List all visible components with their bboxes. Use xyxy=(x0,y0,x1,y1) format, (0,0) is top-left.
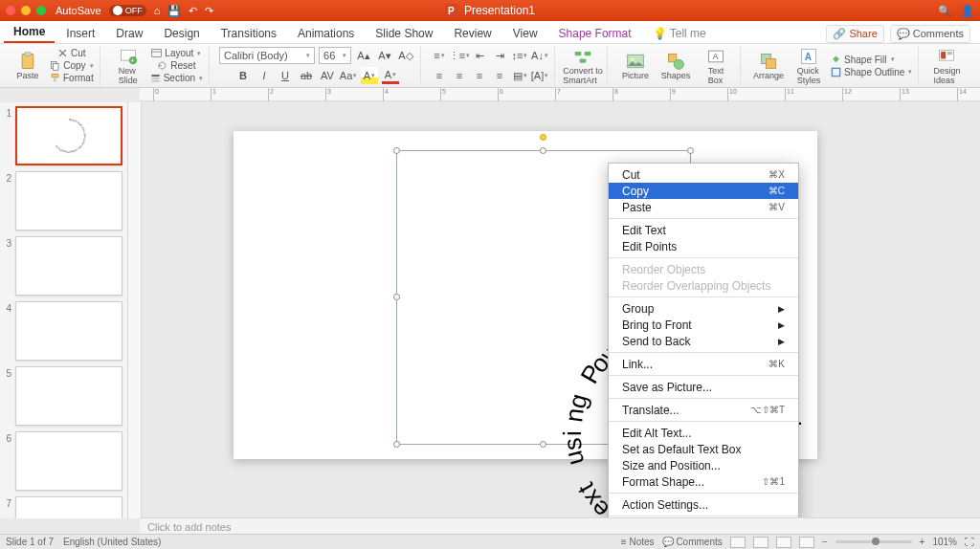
reading-view-button[interactable] xyxy=(776,537,791,548)
thumbnail-1[interactable]: Here's how you can curve text using Powe… xyxy=(15,106,122,165)
paste-button[interactable]: Paste xyxy=(10,47,46,85)
ctx-default-textbox[interactable]: Set as Default Text Box xyxy=(609,441,798,457)
ctx-copy[interactable]: Copy⌘C xyxy=(609,183,798,199)
resize-handle-b[interactable] xyxy=(540,441,546,448)
tab-view[interactable]: View xyxy=(503,23,547,43)
slide-canvas-area[interactable]: Here's how you can curve text using Powe… xyxy=(128,102,980,518)
clear-format-icon[interactable]: A◇ xyxy=(397,47,414,64)
shadow-button[interactable]: AV xyxy=(319,67,336,84)
design-ideas-button[interactable]: Design Ideas xyxy=(928,47,965,85)
save-icon[interactable]: 💾 xyxy=(167,5,181,17)
thumbnail-5[interactable] xyxy=(15,366,122,426)
zoom-in-button[interactable]: + xyxy=(920,537,925,547)
thumbnail-4[interactable] xyxy=(15,301,122,361)
tab-slideshow[interactable]: Slide Show xyxy=(366,23,442,43)
sorter-view-button[interactable] xyxy=(753,537,768,548)
shape-fill-button[interactable]: Shape Fill▾ xyxy=(831,55,894,65)
format-painter-button[interactable]: Format xyxy=(50,73,94,83)
justify-button[interactable]: ≡ xyxy=(491,67,508,84)
ctx-size-position[interactable]: Size and Position... xyxy=(609,457,798,473)
thumbnail-3[interactable] xyxy=(15,236,122,296)
tab-design[interactable]: Design xyxy=(154,23,209,43)
rotate-handle[interactable] xyxy=(540,134,546,141)
close-window-icon[interactable] xyxy=(6,6,15,15)
tab-home[interactable]: Home xyxy=(4,21,55,43)
home-icon[interactable]: ⌂ xyxy=(154,5,161,16)
comments-button[interactable]: 💬 Comments xyxy=(890,25,970,43)
ctx-link[interactable]: Link...⌘K xyxy=(609,356,798,372)
resize-handle-l[interactable] xyxy=(393,294,400,300)
tab-transitions[interactable]: Transitions xyxy=(212,23,286,43)
indent-left-button[interactable]: ⇤ xyxy=(471,47,488,64)
bullets-button[interactable]: ≡▾ xyxy=(431,47,448,64)
zoom-level[interactable]: 101% xyxy=(932,537,957,547)
align-right-button[interactable]: ≡ xyxy=(471,67,488,84)
highlight-button[interactable]: A▾ xyxy=(361,67,378,84)
font-color-button[interactable]: A▾ xyxy=(382,67,399,84)
ctx-format-shape[interactable]: Format Shape...⇧⌘1 xyxy=(609,473,798,490)
ctx-edit-text[interactable]: Edit Text xyxy=(609,222,798,238)
numbering-button[interactable]: ⋮≡▾ xyxy=(451,47,468,64)
autosave-toggle[interactable]: OFF xyxy=(109,5,146,16)
underline-button[interactable]: U xyxy=(277,67,294,84)
char-spacing-button[interactable]: Aa▾ xyxy=(340,67,357,84)
search-icon[interactable]: 🔍 xyxy=(938,5,951,17)
picture-button[interactable]: Picture xyxy=(617,47,654,85)
line-spacing-button[interactable]: ↕≡▾ xyxy=(511,47,528,64)
cut-button[interactable]: Cut xyxy=(57,48,86,58)
resize-handle-tl[interactable] xyxy=(393,147,400,154)
shape-outline-button[interactable]: Shape Outline▾ xyxy=(831,67,912,77)
italic-button[interactable]: I xyxy=(256,67,273,84)
resize-handle-bl[interactable] xyxy=(393,441,400,448)
user-account-icon[interactable]: 👤 xyxy=(961,5,974,17)
layout-button[interactable]: Layout▾ xyxy=(151,48,201,58)
zoom-slider[interactable] xyxy=(835,540,912,543)
align-center-button[interactable]: ≡ xyxy=(451,67,468,84)
resize-handle-t[interactable] xyxy=(540,147,546,154)
shapes-button[interactable]: Shapes xyxy=(657,47,694,85)
share-button[interactable]: 🔗 Share xyxy=(826,25,883,43)
ctx-edit-points[interactable]: Edit Points xyxy=(609,238,798,254)
indent-right-button[interactable]: ⇥ xyxy=(491,47,508,64)
increase-font-icon[interactable]: A▴ xyxy=(355,47,372,64)
ctx-save-picture[interactable]: Save as Picture... xyxy=(609,379,798,395)
reset-button[interactable]: Reset xyxy=(157,60,195,71)
font-size-dropdown[interactable]: 66▾ xyxy=(319,47,351,64)
maximize-window-icon[interactable] xyxy=(36,6,46,15)
font-name-dropdown[interactable]: Calibri (Body)▾ xyxy=(219,47,315,64)
ctx-action-settings[interactable]: Action Settings... xyxy=(609,496,798,513)
redo-icon[interactable]: ↷ xyxy=(205,5,213,17)
normal-view-button[interactable] xyxy=(730,537,746,548)
notes-toggle[interactable]: ≡ Notes xyxy=(621,537,655,547)
language-indicator[interactable]: English (United States) xyxy=(63,537,161,547)
align-left-button[interactable]: ≡ xyxy=(431,67,448,84)
undo-icon[interactable]: ↶ xyxy=(189,5,197,17)
comments-toggle[interactable]: 💬 Comments xyxy=(662,537,723,547)
thumbnail-6[interactable] xyxy=(15,431,122,491)
tab-shape-format[interactable]: Shape Format xyxy=(549,23,641,43)
thumbnail-2[interactable] xyxy=(15,171,122,231)
align-text-button[interactable]: [A]▾ xyxy=(531,67,548,84)
resize-handle-tr[interactable] xyxy=(687,147,694,154)
quick-styles-button[interactable]: AQuick Styles xyxy=(791,47,827,85)
decrease-font-icon[interactable]: A▾ xyxy=(376,47,393,64)
tab-draw[interactable]: Draw xyxy=(106,23,152,43)
tab-insert[interactable]: Insert xyxy=(56,23,104,43)
strike-button[interactable]: ab xyxy=(298,67,315,84)
convert-smartart-button[interactable]: Convert to SmartArt xyxy=(565,47,601,85)
minimize-window-icon[interactable] xyxy=(21,6,31,15)
new-slide-button[interactable]: +New Slide xyxy=(110,47,146,85)
ctx-group[interactable]: Group▶ xyxy=(609,300,798,317)
ctx-edit-alt[interactable]: Edit Alt Text... xyxy=(609,425,798,441)
ctx-bring-front[interactable]: Bring to Front▶ xyxy=(609,317,798,333)
bold-button[interactable]: B xyxy=(234,67,252,84)
ctx-cut[interactable]: Cut⌘X xyxy=(609,166,798,183)
fit-to-window-button[interactable]: ⛶ xyxy=(965,537,974,547)
zoom-out-button[interactable]: − xyxy=(822,537,828,547)
thumbnail-7[interactable]: WHAT'S THE DIFFER xyxy=(15,496,122,518)
arrange-button[interactable]: Arrange xyxy=(750,47,787,85)
text-direction-button[interactable]: A↓▾ xyxy=(531,47,548,64)
ctx-send-back[interactable]: Send to Back▶ xyxy=(609,333,798,349)
columns-button[interactable]: ▤▾ xyxy=(511,67,528,84)
textbox-button[interactable]: AText Box xyxy=(698,47,734,85)
